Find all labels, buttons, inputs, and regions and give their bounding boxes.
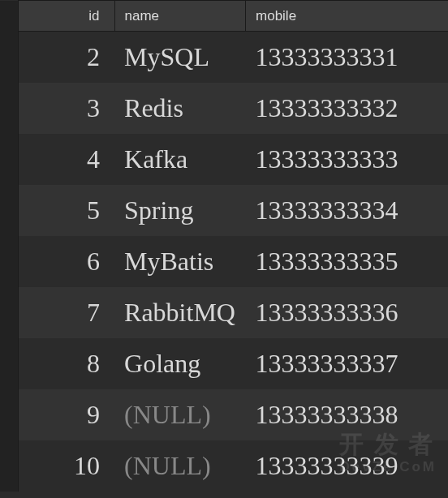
table-header-row: id name mobile [0, 1, 448, 32]
table-row[interactable]: 10(NULL)13333333339 [0, 440, 448, 492]
row-gutter [0, 134, 19, 185]
cell-mobile[interactable]: 13333333337 [246, 338, 448, 389]
cell-name[interactable]: RabbitMQ [114, 287, 245, 338]
table-row[interactable]: 2MySQL13333333331 [0, 32, 448, 83]
cell-mobile[interactable]: 13333333339 [246, 440, 448, 492]
cell-name[interactable]: MyBatis [114, 236, 245, 287]
cell-id[interactable]: 5 [19, 185, 115, 236]
cell-mobile[interactable]: 13333333331 [246, 32, 448, 83]
row-gutter [0, 338, 19, 389]
cell-mobile[interactable]: 13333333338 [246, 389, 448, 440]
cell-id[interactable]: 8 [19, 338, 115, 389]
table-row[interactable]: 4Kafka13333333333 [0, 134, 448, 185]
row-gutter [0, 389, 19, 440]
cell-mobile[interactable]: 13333333335 [246, 236, 448, 287]
cell-id[interactable]: 3 [19, 83, 115, 134]
column-header-id[interactable]: id [19, 1, 115, 32]
cell-mobile[interactable]: 13333333333 [246, 134, 448, 185]
data-table: id name mobile 2MySQL133333333313Redis13… [0, 0, 448, 492]
table-row[interactable]: 8Golang13333333337 [0, 338, 448, 389]
cell-mobile[interactable]: 13333333334 [246, 185, 448, 236]
table-row[interactable]: 7RabbitMQ13333333336 [0, 287, 448, 338]
row-gutter [0, 185, 19, 236]
cell-name[interactable]: (NULL) [114, 389, 245, 440]
table-row[interactable]: 5Spring13333333334 [0, 185, 448, 236]
cell-id[interactable]: 4 [19, 134, 115, 185]
cell-mobile[interactable]: 13333333332 [246, 83, 448, 134]
cell-name[interactable]: Spring [114, 185, 245, 236]
column-header-name[interactable]: name [114, 1, 245, 32]
table-row[interactable]: 3Redis13333333332 [0, 83, 448, 134]
cell-id[interactable]: 9 [19, 389, 115, 440]
cell-name[interactable]: Golang [114, 338, 245, 389]
cell-id[interactable]: 6 [19, 236, 115, 287]
cell-id[interactable]: 10 [19, 440, 115, 492]
cell-name[interactable]: (NULL) [114, 440, 245, 492]
gutter-header [0, 1, 19, 32]
cell-mobile[interactable]: 13333333336 [246, 287, 448, 338]
cell-name[interactable]: Redis [114, 83, 245, 134]
cell-id[interactable]: 2 [19, 32, 115, 83]
row-gutter [0, 32, 19, 83]
row-gutter [0, 83, 19, 134]
table-row[interactable]: 9(NULL)13333333338 [0, 389, 448, 440]
cell-name[interactable]: MySQL [114, 32, 245, 83]
row-gutter [0, 236, 19, 287]
column-header-mobile[interactable]: mobile [246, 1, 448, 32]
row-gutter [0, 440, 19, 492]
table-row[interactable]: 6MyBatis13333333335 [0, 236, 448, 287]
row-gutter [0, 287, 19, 338]
cell-name[interactable]: Kafka [114, 134, 245, 185]
cell-id[interactable]: 7 [19, 287, 115, 338]
table-body: 2MySQL133333333313Redis133333333324Kafka… [0, 32, 448, 492]
